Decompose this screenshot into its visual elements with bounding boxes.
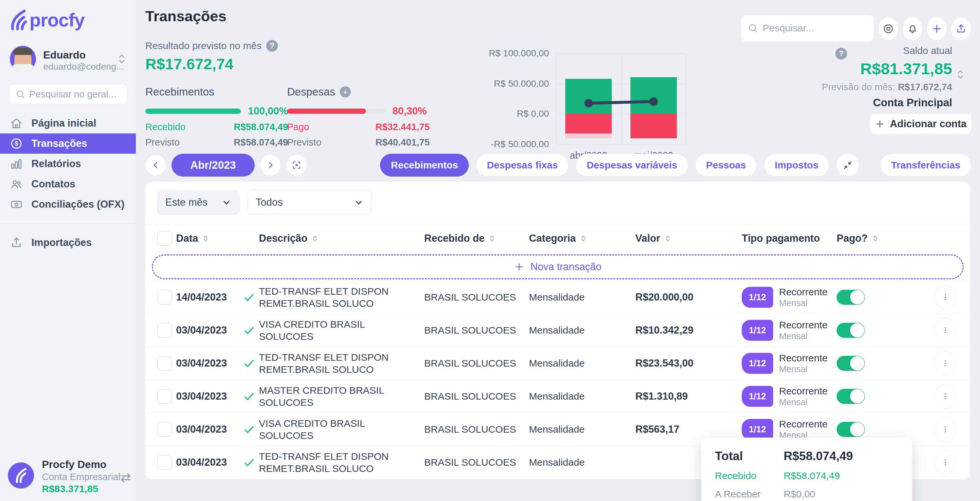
- sort-icon[interactable]: [311, 233, 318, 243]
- sidebar: procfy Eduardo eduardo@codeng... Página …: [0, 0, 136, 501]
- company-switcher[interactable]: Procfy Demo Conta Empresarial R$83.371,8…: [8, 458, 130, 491]
- sidebar-item-home[interactable]: Página inicial: [0, 113, 136, 133]
- filter-tab-despesas-variaveis[interactable]: Despesas variáveis: [576, 154, 688, 177]
- dollar-icon: $: [10, 137, 23, 150]
- row-checkbox[interactable]: [157, 455, 172, 470]
- transaction-category: Mensalidade: [529, 424, 635, 435]
- paid-toggle[interactable]: [837, 422, 865, 437]
- table-row[interactable]: 14/04/2023TED-TRANSF ELET DISPON REMET.B…: [145, 281, 970, 314]
- sort-icon[interactable]: [580, 233, 587, 243]
- balance-label: Saldo atual: [822, 45, 952, 56]
- row-menu-button[interactable]: [935, 450, 956, 475]
- filter-tabs: RecebimentosDespesas fixasDespesas variá…: [380, 154, 971, 177]
- new-transaction-button[interactable]: Nova transação: [152, 254, 964, 279]
- sort-icon[interactable]: [488, 233, 496, 243]
- row-menu-button[interactable]: [935, 417, 956, 442]
- paid-value: R$32.441,75: [375, 122, 430, 132]
- select-all-checkbox[interactable]: [157, 231, 172, 246]
- payment-frequency: Mensal: [779, 331, 827, 341]
- filter-tab-pessoas[interactable]: Pessoas: [695, 154, 757, 177]
- filter-tab-transferencias[interactable]: Transferências: [880, 154, 971, 177]
- column-header-5: Valor: [635, 233, 742, 244]
- sort-icon[interactable]: [664, 233, 671, 243]
- transaction-description: TED-TRANSF ELET DISPON REMET.BRASIL SOLU…: [259, 450, 424, 474]
- paid-toggle[interactable]: [837, 356, 865, 371]
- sidebar-search-input[interactable]: [29, 89, 121, 100]
- expected-income-value: R$58.074,49: [234, 137, 288, 148]
- type-select[interactable]: Todos: [247, 190, 372, 214]
- procfy-flame-icon: [8, 9, 27, 31]
- column-label: Pago?: [837, 233, 868, 244]
- filter-tab-despesas-fixas[interactable]: Despesas fixas: [476, 154, 568, 177]
- paid-check-icon: [243, 457, 255, 468]
- table-row[interactable]: 03/04/2023VISA CREDITO BRASIL SOLUCOESBR…: [145, 314, 970, 347]
- table-header: DataDescriçãoRecebido deCategoriaValorTi…: [145, 224, 970, 252]
- add-account-label: Adicionar conta: [890, 118, 967, 130]
- add-button[interactable]: [927, 17, 947, 41]
- period-select[interactable]: Este mês: [157, 190, 240, 214]
- transaction-value: R$10.342,29: [635, 324, 742, 336]
- paid-toggle[interactable]: [837, 323, 865, 338]
- focus-current-month-button[interactable]: [286, 154, 307, 176]
- transaction-payer: BRASIL SOLUCOES: [424, 391, 529, 402]
- previous-month-button[interactable]: [145, 154, 166, 176]
- row-menu-button[interactable]: [935, 351, 956, 376]
- payment-type-cell: 1/12RecorrenteMensal: [742, 385, 837, 407]
- toggle-knob: [850, 323, 864, 338]
- chart-gridline: [686, 53, 686, 144]
- row-menu-button[interactable]: [935, 285, 956, 310]
- paid-toggle[interactable]: [837, 290, 865, 305]
- user-menu[interactable]: Eduardo eduardo@codeng...: [9, 46, 129, 73]
- brand-name: procfy: [29, 9, 84, 31]
- totals-receivable-label: A Receber: [715, 488, 784, 500]
- transaction-date: 03/04/2023: [176, 457, 243, 468]
- expenses-percent: 80,30%: [393, 105, 427, 117]
- row-menu-button[interactable]: [935, 318, 956, 343]
- next-month-button[interactable]: [260, 154, 281, 176]
- sidebar-item-transactions[interactable]: $Transações: [0, 133, 136, 154]
- add-expense-icon[interactable]: +: [340, 86, 351, 97]
- row-checkbox[interactable]: [157, 389, 172, 404]
- toggle-knob: [850, 389, 864, 404]
- table-row[interactable]: 03/04/2023MASTER CREDITO BRASIL SOLUCOES…: [145, 380, 970, 413]
- sort-icon[interactable]: [202, 233, 209, 243]
- transaction-description: VISA CREDITO BRASIL SOLUCOES: [259, 318, 424, 342]
- table-row[interactable]: 03/04/2023TED-TRANSF ELET DISPON REMET.B…: [145, 347, 970, 380]
- procfy-logo[interactable]: procfy: [8, 9, 84, 31]
- current-month-button[interactable]: Abr/2023: [172, 154, 255, 177]
- period-select-value: Este mês: [165, 197, 207, 208]
- notifications-button[interactable]: [902, 17, 923, 41]
- sidebar-item-reconciliations[interactable]: Conciliações (OFX): [0, 194, 136, 214]
- paid-toggle[interactable]: [837, 389, 865, 404]
- switch-account-icon[interactable]: [119, 472, 132, 484]
- plus-icon: [514, 262, 524, 272]
- export-button[interactable]: [951, 17, 971, 41]
- transaction-payer: BRASIL SOLUCOES: [424, 292, 529, 303]
- row-menu-button[interactable]: [935, 384, 956, 409]
- home-icon: [10, 117, 23, 130]
- filter-tab-recebimentos[interactable]: Recebimentos: [380, 154, 469, 177]
- row-checkbox[interactable]: [157, 422, 172, 437]
- paid-check-icon: [243, 292, 255, 303]
- sort-icon[interactable]: [872, 233, 879, 243]
- user-menu-chevrons-icon[interactable]: [116, 52, 127, 65]
- filter-tab-impostos[interactable]: Impostos: [764, 154, 829, 177]
- sidebar-item-reports[interactable]: Relatórios: [0, 154, 136, 174]
- dots-vertical-icon: [941, 359, 950, 368]
- expenses-label: Despesas: [287, 86, 335, 98]
- row-checkbox[interactable]: [157, 290, 172, 305]
- add-account-button[interactable]: Adicionar conta: [870, 114, 972, 135]
- column-header-6: Tipo pagamento: [742, 233, 837, 244]
- payment-type: Recorrente: [779, 419, 827, 430]
- visibility-button[interactable]: [878, 17, 899, 41]
- topbar-search-input[interactable]: [763, 22, 867, 34]
- transaction-category: Mensalidade: [529, 391, 635, 402]
- collapse-filters-button[interactable]: [836, 154, 859, 177]
- sidebar-item-label: Contatos: [32, 178, 75, 190]
- row-checkbox[interactable]: [157, 323, 172, 338]
- help-icon[interactable]: ?: [266, 40, 278, 52]
- row-checkbox[interactable]: [157, 356, 172, 371]
- sidebar-item-imports[interactable]: Importações: [0, 233, 136, 253]
- account-switch-chevrons-icon[interactable]: [955, 68, 966, 81]
- sidebar-item-contacts[interactable]: Contatos: [0, 174, 136, 194]
